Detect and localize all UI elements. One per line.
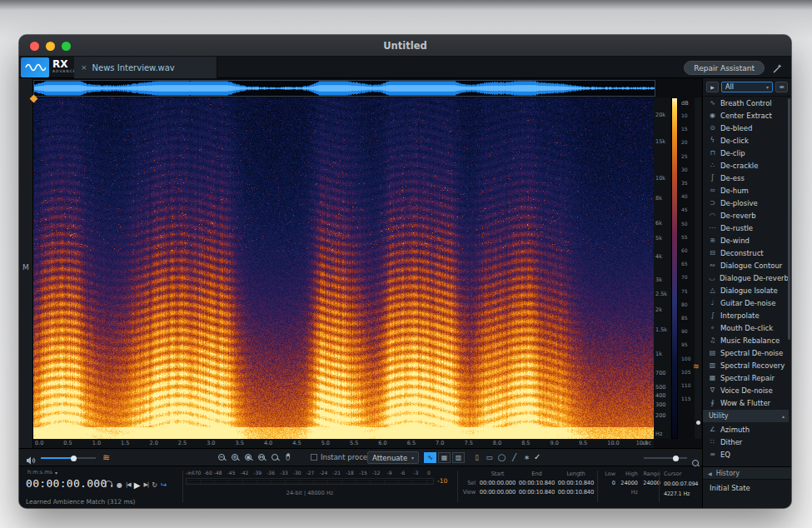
module-item-de-click[interactable]: ϟDe-click <box>703 134 789 147</box>
view-start-value[interactable]: 00:00:00.000 <box>479 489 516 496</box>
selection-end-value[interactable]: 00:00:10.840 <box>518 480 555 486</box>
module-filter-select[interactable]: All ▾ <box>721 82 773 92</box>
module-item-center-extract[interactable]: ◉Center Extract <box>703 109 789 122</box>
collapse-history-icon[interactable]: ◀ <box>708 471 712 476</box>
magnify-tool-button[interactable] <box>271 454 279 461</box>
playhead-time-display: 00:00:00.000 <box>26 477 107 490</box>
module-item-music-rebalance[interactable]: ♫Music Rebalance <box>703 334 789 346</box>
instant-process-mode-select[interactable]: Attenuate ▾ <box>367 451 419 464</box>
zoom-selection-button[interactable]: ▪ <box>244 454 252 461</box>
spectrogram-canvas[interactable] <box>33 97 654 439</box>
follow-playhead-button[interactable]: ↪ <box>161 481 167 489</box>
brush-selection-tool-button[interactable]: ╱ <box>509 452 520 463</box>
amplitude-colorbar[interactable] <box>671 97 678 439</box>
selection-length-value[interactable]: 00:00:10.840 <box>557 480 595 486</box>
vertical-scroll-handle[interactable] <box>696 421 700 425</box>
module-item-dialogue-de-reverb[interactable]: ◡Dialogue De-reverb <box>703 271 789 284</box>
freq-tick-label: 15k <box>655 138 665 145</box>
loop-button[interactable]: ↻ <box>152 481 157 489</box>
zoom-slider-knob[interactable] <box>673 456 679 461</box>
app-header: RX ADVANCED × News Interview.wav Repair … <box>19 57 791 78</box>
instant-process-checkbox[interactable] <box>311 454 317 461</box>
freq-unit-label: Hz <box>655 431 662 437</box>
volume-knob[interactable] <box>71 456 77 461</box>
freq-tick-label: 1k <box>655 351 662 357</box>
module-menu-button[interactable]: ≡ <box>775 82 788 92</box>
waveform-overview[interactable] <box>33 80 655 97</box>
view-blend-button[interactable]: ▥ <box>452 452 465 463</box>
monitor-headphones-icon[interactable] <box>104 480 113 490</box>
freq-low-value[interactable]: 0 <box>602 480 615 486</box>
zoom-in-button[interactable]: + <box>231 454 239 461</box>
view-waveform-button[interactable]: ∿ <box>424 452 436 463</box>
module-item-deconstruct[interactable]: ⊟Deconstruct <box>703 247 789 259</box>
view-spectrogram-button[interactable]: ▦ <box>438 452 451 463</box>
tab-news-interview[interactable]: × News Interview.wav <box>74 57 217 78</box>
module-item-spectral-repair[interactable]: ▦Spectral Repair <box>703 371 789 384</box>
record-button[interactable]: ● <box>117 481 122 489</box>
module-preview-button[interactable]: ▶ <box>706 82 719 92</box>
module-item-de-crackle[interactable]: ∴De-crackle <box>703 159 789 172</box>
monitor-volume-slider[interactable] <box>41 457 96 459</box>
module-item-de-hum[interactable]: ≈De-hum <box>703 184 789 197</box>
module-item-de-bleed[interactable]: ⊙De-bleed <box>703 122 789 134</box>
history-header[interactable]: ◀ History <box>703 467 791 480</box>
vertical-scrollbar[interactable]: ≋ <box>695 97 701 439</box>
time-format-select[interactable]: h:m:s.ms ▾ <box>27 469 57 476</box>
module-item-voice-de-noise[interactable]: ∇Voice De-noise <box>703 384 789 396</box>
module-item-wow-flutter[interactable]: ∮Wow & Flutter <box>703 396 789 409</box>
instant-process-toggle[interactable]: Instant process <box>311 453 375 461</box>
module-item-spectral-recovery[interactable]: ▥Spectral Recovery <box>703 359 789 371</box>
time-frequency-selection-tool-button[interactable]: ▭ <box>484 452 495 463</box>
freq-range-value[interactable]: 24000 <box>640 480 660 486</box>
module-item-de-wind[interactable]: ≋De-wind <box>703 234 789 247</box>
module-item-de-rustle[interactable]: ⋯De-rustle <box>703 222 789 234</box>
module-item-label: De-rustle <box>720 224 753 232</box>
tab-close-icon[interactable]: × <box>81 63 87 72</box>
previous-button[interactable]: |◀ <box>126 481 131 488</box>
zoom-fit-button[interactable]: ↔ <box>257 454 266 461</box>
module-item-eq[interactable]: ≡EQ <box>703 448 789 461</box>
module-item-dialogue-contour[interactable]: ∾Dialogue Contour <box>703 259 789 271</box>
view-end-value[interactable]: 00:00:10.840 <box>518 489 555 496</box>
module-item-de-ess[interactable]: ʃDe-ess <box>703 172 789 184</box>
db-tick-label: 105 <box>681 369 690 375</box>
module-item-de-clip[interactable]: ⊓De-clip <box>703 147 789 159</box>
module-item-de-plosive[interactable]: ⊃De-plosive <box>703 197 789 209</box>
utility-section-header[interactable]: Utility▴ <box>703 410 789 422</box>
lasso-selection-tool-button[interactable]: ◯ <box>496 452 507 463</box>
play-button[interactable]: ▶ <box>134 481 141 490</box>
zoom-slider[interactable] <box>644 457 687 459</box>
module-item-mouth-de-click[interactable]: ∘Mouth De-click <box>703 321 789 334</box>
time-ru​ler[interactable]: 0.00.51.01.52.02.53.03.54.04.55.05.56.06… <box>33 439 654 448</box>
selection-start-value[interactable]: 00:00:00.000 <box>479 480 516 486</box>
repair-assistant-button[interactable]: Repair Assistant <box>684 61 765 75</box>
time-selection-tool-button[interactable]: ▯ <box>471 452 482 463</box>
module-item-interpolate[interactable]: ∫Interpolate <box>703 309 789 321</box>
spectrogram-waveform-blend-icon[interactable]: ≋ <box>102 452 110 463</box>
module-item-label: De-clip <box>720 149 745 157</box>
titlebar[interactable]: Untitled <box>19 35 791 57</box>
module-item-azimuth[interactable]: ∠Azimuth <box>703 423 789 436</box>
frequency-ruler[interactable]: Hz 20k15k10k8k6k5k4k3k2.5k2k1.5k1k700500… <box>654 97 670 439</box>
spectrogram-blend-icon[interactable]: ≋ <box>693 362 700 371</box>
repair-wand-icon[interactable] <box>772 62 783 77</box>
view-length-value[interactable]: 00:00:10.840 <box>557 489 595 496</box>
next-button[interactable]: ▶| <box>143 481 148 488</box>
time-tick-label: 1.0 <box>92 440 101 446</box>
module-item-dither[interactable]: ∷Dither <box>703 436 789 448</box>
find-similar-button[interactable]: ✓ <box>529 451 545 462</box>
db-ruler[interactable]: dB 1015202530354045505560657075808590951… <box>680 97 694 439</box>
module-list-scrollbar[interactable] <box>788 98 790 340</box>
hand-tool-button[interactable] <box>284 452 294 461</box>
freq-high-value[interactable]: 24000 <box>617 480 638 486</box>
module-item-spectral-de-noise[interactable]: ▤Spectral De-noise <box>703 346 789 359</box>
dialogue-contour-icon: ∾ <box>709 262 716 269</box>
level-meter[interactable] <box>186 478 434 485</box>
history-item-initial-state[interactable]: Initial State <box>703 480 791 496</box>
module-item-breath-control[interactable]: ∿Breath Control <box>703 97 789 109</box>
zoom-out-button[interactable]: − <box>217 454 226 461</box>
module-item-de-reverb[interactable]: ◠De-reverb <box>703 209 789 222</box>
module-item-dialogue-isolate[interactable]: △Dialogue Isolate <box>703 284 789 296</box>
module-item-guitar-de-noise[interactable]: ♩Guitar De-noise <box>703 296 789 309</box>
